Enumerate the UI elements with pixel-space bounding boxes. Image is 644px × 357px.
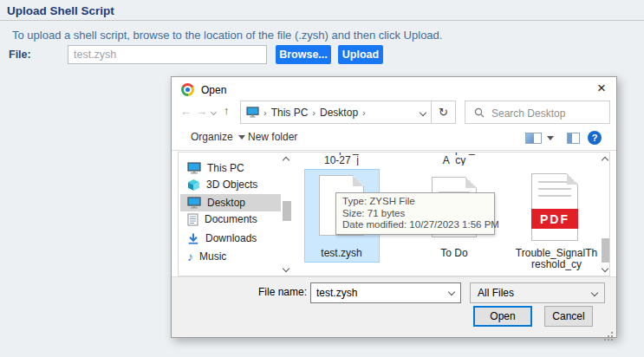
chrome-icon <box>181 83 194 96</box>
chevron-down-icon <box>238 135 245 140</box>
documents-icon <box>187 213 198 226</box>
sidebar-item-music[interactable]: ♪ Music <box>180 248 281 265</box>
breadcrumb-desktop[interactable]: Desktop <box>320 107 358 119</box>
sidebar-item-documents[interactable]: Documents <box>180 211 281 228</box>
breadcrumb-separator: › <box>263 107 267 118</box>
breadcrumb-this-pc[interactable]: This PC <box>271 107 309 119</box>
recent-locations-icon[interactable] <box>211 109 217 115</box>
breadcrumb-separator: › <box>312 107 315 118</box>
refresh-icon[interactable]: ↻ <box>431 101 456 124</box>
breadcrumb-separator: › <box>362 107 366 118</box>
page-title: Upload Shell Script <box>7 4 114 17</box>
address-breadcrumb[interactable]: › This PC › Desktop › <box>240 101 432 124</box>
list-scroll-down-icon[interactable] <box>600 263 609 273</box>
file-name-label[interactable]: To Do <box>402 248 506 259</box>
partial-file-label: test <box>493 153 606 166</box>
list-scrollbar-thumb[interactable] <box>602 238 609 263</box>
sidebar-item-label: Documents <box>205 213 257 225</box>
open-file-dialog: Open × ← → ↑ › This PC › Desktop › <box>171 76 617 338</box>
music-icon: ♪ <box>187 250 193 263</box>
forward-icon[interactable]: → <box>196 106 207 117</box>
downloads-icon <box>187 232 199 245</box>
tooltip-size: Size: 71 bytes <box>342 208 488 220</box>
sidebar-item-desktop[interactable]: Desktop <box>180 194 281 211</box>
change-view-icon[interactable] <box>525 133 542 144</box>
sidebar-item-label: 3D Objects <box>206 178 257 191</box>
upload-button[interactable]: Upload <box>338 45 383 64</box>
page-fold-icon <box>353 175 364 186</box>
sidebar-item-this-pc[interactable]: This PC <box>180 159 281 177</box>
search-box[interactable] <box>465 101 610 124</box>
file-name-label[interactable]: Trouble_SignalThreshold_cy <box>504 248 608 270</box>
file-field-label: File: <box>9 49 31 61</box>
file-name-input[interactable] <box>310 282 461 303</box>
dialog-content-area: This PC 3D Objects Desktop <box>178 152 610 276</box>
chevron-down-icon <box>591 289 598 296</box>
search-icon <box>474 107 485 118</box>
screen: Upload Shell Script To upload a shell sc… <box>0 0 644 357</box>
browse-button[interactable]: Browse... <box>276 45 331 64</box>
sidebar-item-label: Desktop <box>207 197 245 209</box>
cancel-button[interactable]: Cancel <box>544 306 593 327</box>
sidebar-scrollbar-thumb[interactable] <box>283 201 291 221</box>
open-button[interactable]: Open <box>473 306 532 327</box>
file-type-select[interactable]: All Files <box>470 282 605 303</box>
dialog-title: Open <box>201 84 226 96</box>
tooltip-modified: Date modified: 10/27/2023 1:56 PM <box>342 219 488 231</box>
this-pc-icon <box>187 162 201 174</box>
help-icon[interactable]: ? <box>588 131 602 145</box>
search-input[interactable] <box>490 102 604 124</box>
toolbar-divider <box>172 150 616 151</box>
preview-pane-icon[interactable] <box>567 133 580 144</box>
file-info-tooltip: Type: ZYSH File Size: 71 bytes Date modi… <box>335 192 495 235</box>
file-name-label[interactable]: test.zysh <box>289 248 394 259</box>
sidebar-item-downloads[interactable]: Downloads <box>180 230 281 247</box>
sidebar-scroll-down-icon[interactable] <box>281 263 290 273</box>
desktop-location-icon <box>246 107 259 118</box>
sidebar-item-label: Downloads <box>205 232 257 244</box>
up-icon[interactable]: ↑ <box>224 105 230 116</box>
sidebar-item-label: Music <box>199 250 226 263</box>
title-divider <box>0 20 644 21</box>
upload-instruction: To upload a shell script, browse to the … <box>12 29 442 42</box>
list-scroll-up-icon[interactable] <box>600 155 609 165</box>
organize-menu[interactable]: Organize <box>191 131 245 143</box>
sidebar-item-label: This PC <box>207 162 244 174</box>
3d-objects-icon <box>187 178 200 191</box>
address-dropdown-icon[interactable] <box>420 108 426 115</box>
desktop-icon <box>187 197 201 209</box>
file-name-field-label: File name: <box>248 286 307 298</box>
tooltip-type: Type: ZYSH File <box>342 196 488 208</box>
view-dropdown-icon[interactable] <box>547 136 554 140</box>
page-fold-icon <box>465 177 477 188</box>
new-folder-button[interactable]: New folder <box>248 131 297 143</box>
file-path-input[interactable] <box>68 45 267 64</box>
file-type-value: All Files <box>478 287 514 299</box>
pdf-badge: PDF <box>526 209 583 229</box>
page-fold-icon <box>567 173 578 185</box>
organize-label: Organize <box>191 131 233 143</box>
close-icon[interactable]: × <box>589 77 615 100</box>
partial-file-label: shellscripts_202210-27_j <box>285 153 398 166</box>
resize-grip[interactable] <box>611 332 613 334</box>
new-folder-label: New folder <box>248 131 297 143</box>
sidebar-item-3d-objects[interactable]: 3D Objects <box>180 176 281 193</box>
back-icon[interactable]: ← <box>180 106 192 117</box>
